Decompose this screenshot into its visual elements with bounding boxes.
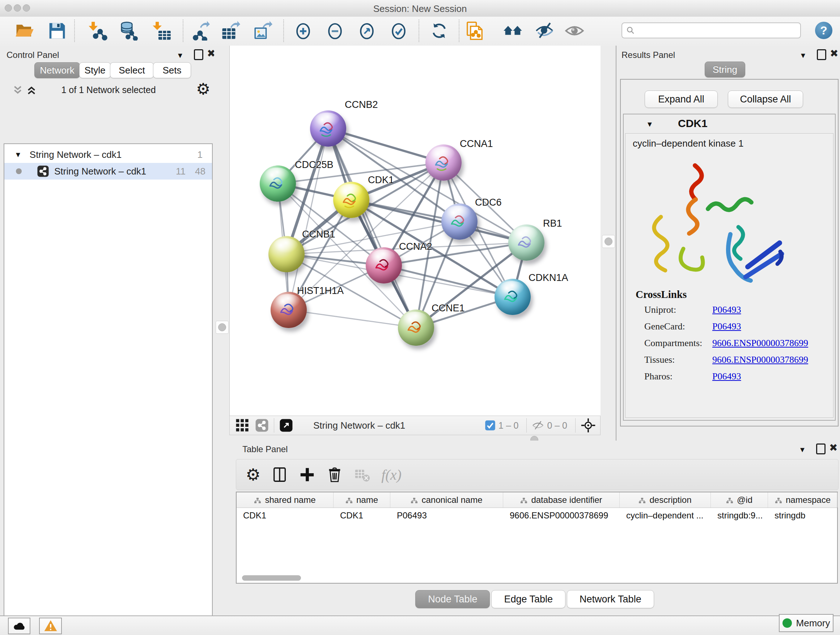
zoom-in-icon[interactable] [294, 21, 313, 41]
table-menu-icon[interactable]: ▼ [799, 446, 806, 454]
results-close-icon[interactable]: ✖ [830, 49, 838, 59]
clone-network-icon[interactable] [465, 21, 485, 41]
zoom-out-icon[interactable] [325, 21, 345, 41]
delete-column-icon[interactable] [326, 466, 343, 483]
memory-status-icon [783, 618, 792, 628]
table-cell[interactable]: stringdb:9... [711, 510, 768, 521]
tab-network[interactable]: Network [34, 62, 80, 78]
export-network-icon[interactable] [190, 21, 210, 41]
horizontal-scrollbar[interactable] [242, 575, 301, 581]
crosslink-value-link[interactable]: 9606.ENSP00000378699 [712, 355, 808, 365]
warning-button[interactable] [39, 618, 62, 634]
network-node-rb1[interactable] [508, 225, 545, 261]
tree-expand-icon[interactable]: ▼ [14, 150, 22, 159]
network-edge[interactable] [328, 128, 416, 328]
search-box[interactable] [622, 22, 801, 38]
column-header-namespace[interactable]: namespace [768, 492, 838, 508]
refresh-icon[interactable] [429, 21, 449, 41]
tab-style[interactable]: Style [79, 62, 111, 78]
birdseye-grid-icon[interactable] [235, 418, 249, 432]
network-tree-row[interactable]: String Network – cdk11148 [4, 163, 212, 180]
table-cell[interactable]: CDK1 [333, 510, 390, 521]
table-options-gear-icon[interactable]: ⚙ [246, 466, 261, 483]
table-cell[interactable]: P06493 [390, 510, 503, 521]
left-splitter[interactable] [214, 46, 229, 616]
crosslink-value-link[interactable]: P06493 [712, 304, 741, 315]
zoom-fit-icon[interactable] [357, 21, 377, 41]
tab-select[interactable]: Select [110, 62, 154, 78]
tab-network-table[interactable]: Network Table [567, 590, 654, 608]
export-table-icon[interactable] [221, 21, 240, 41]
column-header-name[interactable]: name [333, 492, 390, 508]
import-table-icon[interactable] [152, 21, 172, 41]
network-node-cdk1[interactable] [333, 182, 369, 218]
left-splitter-handle[interactable] [216, 321, 229, 334]
network-node-ccna2[interactable] [366, 247, 402, 283]
expand-all-button[interactable]: Expand All [645, 90, 718, 108]
network-node-cdc6[interactable] [441, 203, 477, 240]
results-float-icon[interactable] [817, 49, 826, 60]
collapse-all-icon[interactable] [12, 85, 23, 96]
tab-string[interactable]: String [705, 62, 745, 78]
gene-collapse-icon[interactable]: ▼ [646, 120, 653, 128]
network-tree-row[interactable]: ▼String Network – cdk11 [4, 146, 212, 163]
table-cell[interactable]: stringdb [768, 510, 838, 521]
network-node-ccnb1[interactable] [268, 236, 305, 272]
open-in-window-icon[interactable] [279, 418, 293, 432]
network-edge[interactable] [289, 310, 416, 328]
column-header-id[interactable]: @id [711, 492, 768, 508]
collapse-all-button[interactable]: Collapse All [728, 90, 803, 108]
column-header-sharedname[interactable]: shared name [237, 492, 333, 508]
table-cell[interactable]: cyclin–dependent ... [620, 510, 711, 521]
network-node-ccna1[interactable] [425, 144, 462, 181]
network-node-cdc25b[interactable] [260, 165, 296, 202]
crosslink-value-link[interactable]: 9606.ENSP00000378699 [712, 338, 808, 348]
column-header-canonicalname[interactable]: canonical name [390, 492, 503, 508]
table-close-icon[interactable]: ✖ [829, 443, 837, 453]
float-panel-icon[interactable] [194, 49, 203, 60]
table-cell[interactable]: 9606.ENSP00000378699 [503, 510, 620, 521]
node-label-ccne1: CCNE1 [431, 302, 465, 314]
cloud-button[interactable] [8, 618, 30, 634]
save-icon[interactable] [47, 21, 67, 41]
help-button[interactable]: ? [815, 22, 832, 39]
network-canvas[interactable]: CCNB2CCNA1CDC25BCDK1CDC6RB1CCNB1CCNA2CDK… [229, 46, 601, 416]
import-network-icon[interactable] [88, 21, 107, 41]
column-header-description[interactable]: description [620, 492, 711, 508]
network-node-cdkn1a[interactable] [494, 279, 531, 315]
column-header-databaseidentifier[interactable]: database identifier [503, 492, 620, 508]
network-options-gear-icon[interactable]: ⚙ [196, 81, 210, 97]
expand-all-icon[interactable] [26, 85, 37, 96]
table-float-icon[interactable] [816, 443, 826, 454]
node-label-ccnb1: CCNB1 [302, 229, 335, 240]
open-folder-icon[interactable] [15, 21, 34, 41]
tab-node-table[interactable]: Node Table [415, 590, 490, 608]
zoom-selected-icon[interactable] [389, 21, 409, 41]
hide-panels-icon[interactable] [535, 21, 554, 41]
crosslink-value-link[interactable]: P06493 [712, 371, 741, 382]
crosslink-value-link[interactable]: P06493 [712, 321, 741, 332]
home-icon[interactable] [503, 21, 523, 41]
table-cell[interactable]: CDK1 [237, 510, 333, 521]
network-node-hist1h1a[interactable] [271, 292, 307, 328]
show-columns-icon[interactable] [271, 466, 288, 483]
table-row[interactable]: CDK1CDK1P064939606.ENSP00000378699cyclin… [237, 508, 837, 523]
memory-button[interactable]: Memory [779, 614, 834, 632]
network-node-ccne1[interactable] [398, 310, 434, 346]
network-edge[interactable] [289, 128, 328, 310]
search-input[interactable] [638, 25, 797, 36]
tab-sets[interactable]: Sets [153, 62, 191, 78]
right-splitter[interactable] [600, 46, 616, 440]
panel-menu-icon[interactable]: ▼ [177, 51, 184, 60]
string-network-badge-icon[interactable] [255, 418, 269, 432]
node-position-reset-icon[interactable] [581, 418, 596, 433]
export-image-icon[interactable] [253, 21, 272, 41]
import-database-icon[interactable] [118, 21, 138, 41]
tab-edge-table[interactable]: Edge Table [491, 590, 565, 608]
selected-checkbox-icon[interactable] [485, 420, 496, 431]
right-splitter-handle[interactable] [602, 235, 615, 248]
show-panels-icon[interactable] [565, 21, 584, 41]
create-column-icon[interactable] [299, 466, 316, 483]
network-node-ccnb2[interactable] [310, 111, 346, 147]
results-menu-icon[interactable]: ▼ [799, 51, 807, 60]
